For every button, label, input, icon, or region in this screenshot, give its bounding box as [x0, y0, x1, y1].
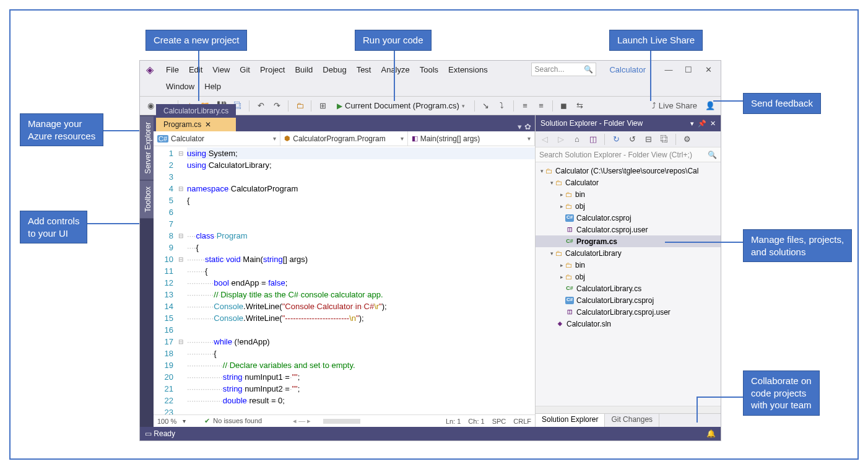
share-icon: ⤴: [652, 101, 656, 110]
nav-dropdown-2[interactable]: ◧Main(string[] args): [408, 131, 535, 146]
run-target-label: Current Document (Program.cs): [345, 101, 459, 110]
nav-dropdown-0[interactable]: C#Calculator: [154, 131, 280, 146]
callout-collaborate: Collaborate on code projects with your t…: [743, 370, 820, 416]
step-into-button[interactable]: ↘: [479, 99, 493, 113]
menu-tools[interactable]: Tools: [415, 63, 443, 76]
vtab-toolbox[interactable]: Toolbox: [140, 180, 154, 218]
tree-row[interactable]: ▾🗀Calculator (C:\Users\tglee\source\repo…: [536, 165, 721, 177]
menu-git[interactable]: Git: [235, 63, 255, 76]
maximize-button[interactable]: ☐: [680, 63, 697, 76]
zoom-level[interactable]: 100 %: [157, 418, 176, 425]
menu-analyze[interactable]: Analyze: [376, 63, 414, 76]
close-button[interactable]: ✕: [700, 63, 717, 76]
sol-collapse-icon[interactable]: ⊟: [641, 133, 655, 146]
issues-label[interactable]: No issues found: [213, 417, 262, 424]
sol-sync-icon[interactable]: ↺: [625, 133, 639, 146]
menubar-row2: ◈ WindowHelp: [140, 78, 721, 94]
callout-toolbox: Add controls to your UI: [20, 211, 87, 243]
line-gutter: 1234567891011121314151617181920212223: [154, 146, 178, 414]
bookmark-button[interactable]: ◼: [557, 99, 571, 113]
comment-button[interactable]: ≡: [534, 99, 548, 113]
tree-row[interactable]: ▸🗀bin: [536, 259, 721, 271]
vtab-server-explorer[interactable]: Server Explorer: [140, 115, 154, 180]
ide-status-bar: ▭ Ready 🔔: [140, 427, 721, 441]
ide-window: ◈ FileEditViewGitProjectBuildDebugTestAn…: [139, 60, 721, 441]
status-ready: Ready: [154, 429, 175, 438]
sol-home-icon[interactable]: ⌂: [570, 133, 584, 146]
notification-icon[interactable]: 🔔: [706, 429, 716, 438]
indent-indicator[interactable]: SPC: [492, 418, 506, 425]
tree-row[interactable]: C#Calculator.csproj: [536, 212, 721, 224]
sol-showall-icon[interactable]: ⿻: [658, 133, 671, 146]
toggle-button[interactable]: ⇆: [573, 99, 587, 113]
menu-debug[interactable]: Debug: [318, 63, 351, 76]
nav-dropdown-1[interactable]: ⬢CalculatorProgram.Program: [280, 131, 407, 146]
sol-back-icon[interactable]: ◁: [538, 133, 552, 146]
menu-help[interactable]: Help: [199, 80, 226, 93]
format-button[interactable]: ≡: [518, 99, 532, 113]
menu-project[interactable]: Project: [255, 63, 290, 76]
close-tab-icon[interactable]: ✕: [205, 120, 211, 129]
minimize-button[interactable]: —: [660, 63, 677, 76]
menu-file[interactable]: File: [161, 63, 184, 76]
menu-build[interactable]: Build: [290, 63, 318, 76]
live-share-button[interactable]: ⤴ Live Share: [648, 101, 701, 110]
check-icon: ✔: [204, 417, 210, 424]
tree-row[interactable]: ▾🗀CalculatorLibrary: [536, 247, 721, 259]
menu-window[interactable]: Window: [161, 80, 199, 93]
tree-row[interactable]: ◫Calculator.csproj.user: [536, 224, 721, 235]
dropdown-icon[interactable]: ▾: [690, 120, 694, 128]
body-area: Server ExplorerToolbox CalculatorLibrary…: [140, 115, 721, 427]
menu-test[interactable]: Test: [352, 63, 376, 76]
code-content[interactable]: using·System;using·CalculatorLibrary; na…: [187, 146, 535, 414]
code-editor[interactable]: 1234567891011121314151617181920212223 ⊟ …: [154, 146, 535, 414]
close-panel-icon[interactable]: ✕: [710, 120, 716, 128]
menu-edit[interactable]: Edit: [184, 63, 207, 76]
lineending-indicator[interactable]: CRLF: [513, 418, 531, 425]
redo-button[interactable]: ↷: [270, 99, 284, 113]
menu-extensions[interactable]: Extensions: [443, 63, 493, 76]
solution-search-input[interactable]: Search Solution Explorer - Folder View (…: [536, 147, 721, 162]
sol-properties-icon[interactable]: ⚙: [680, 133, 694, 146]
tree-row[interactable]: ▸🗀obj: [536, 271, 721, 283]
project-selector[interactable]: Calculator: [602, 63, 653, 76]
tree-row[interactable]: ▾🗀Calculator: [536, 177, 721, 188]
nav-dropdowns: C#Calculator⬢CalculatorProgram.Program◧M…: [154, 131, 535, 146]
search-placeholder: Search...: [534, 65, 564, 74]
tree-row[interactable]: ◫CalculatorLibrary.csproj.user: [536, 306, 721, 318]
pin-icon[interactable]: 📌: [698, 120, 706, 128]
solution-bottom-tabs: Solution ExplorerGit Changes: [536, 413, 721, 427]
tree-row[interactable]: ◈Calculator.sln: [536, 318, 721, 330]
undo-button[interactable]: ↶: [254, 99, 267, 113]
editor-pane: CalculatorLibrary.csProgram.cs ✕ ▾ ✿ C#C…: [154, 115, 535, 427]
step-over-button[interactable]: ⤵: [495, 99, 509, 113]
tree-row[interactable]: ▸🗀bin: [536, 188, 721, 200]
tab-dropdown-icon[interactable]: ▾: [518, 122, 522, 131]
fold-column[interactable]: ⊟ ⊟ ⊟ ⊟ ⊟: [178, 146, 187, 414]
folder-button[interactable]: 🗀: [293, 99, 306, 113]
sol-bottom-tab[interactable]: Solution Explorer: [536, 414, 605, 427]
solution-toolbar: ◁ ▷ ⌂ ◫ ↻ ↺ ⊟ ⿻ ⚙: [536, 131, 721, 147]
sol-bottom-tab[interactable]: Git Changes: [605, 414, 659, 427]
vs-logo-icon: ◈: [144, 63, 156, 76]
sol-fwd-icon[interactable]: ▷: [554, 133, 568, 146]
tab-settings-icon[interactable]: ✿: [524, 122, 531, 131]
nav-back-button[interactable]: ◉: [144, 99, 157, 113]
solution-h-scroll[interactable]: [536, 406, 721, 413]
callout-send-feedback: Send feedback: [743, 93, 821, 114]
run-button[interactable]: ▶ Current Document (Program.cs) ▾: [332, 99, 470, 113]
tree-row[interactable]: ▸🗀obj: [536, 200, 721, 212]
line-indicator[interactable]: Ln: 1: [446, 418, 461, 425]
solution-tree[interactable]: ▾🗀Calculator (C:\Users\tglee\source\repo…: [536, 162, 721, 406]
sol-refresh-icon[interactable]: ↻: [609, 133, 623, 146]
config-button[interactable]: ⊞: [316, 99, 329, 113]
file-tab[interactable]: Program.cs ✕: [156, 118, 236, 131]
menu-view[interactable]: View: [207, 63, 235, 76]
tree-row[interactable]: C#CalculatorLibrary.csproj: [536, 294, 721, 306]
file-tab[interactable]: CalculatorLibrary.cs: [156, 104, 236, 118]
col-indicator[interactable]: Ch: 1: [468, 418, 484, 425]
search-input[interactable]: Search... 🔍: [531, 63, 596, 76]
h-scrollbar[interactable]: [323, 419, 360, 424]
tree-row[interactable]: C#CalculatorLibrary.cs: [536, 283, 721, 294]
sol-switch-icon[interactable]: ◫: [586, 133, 600, 146]
